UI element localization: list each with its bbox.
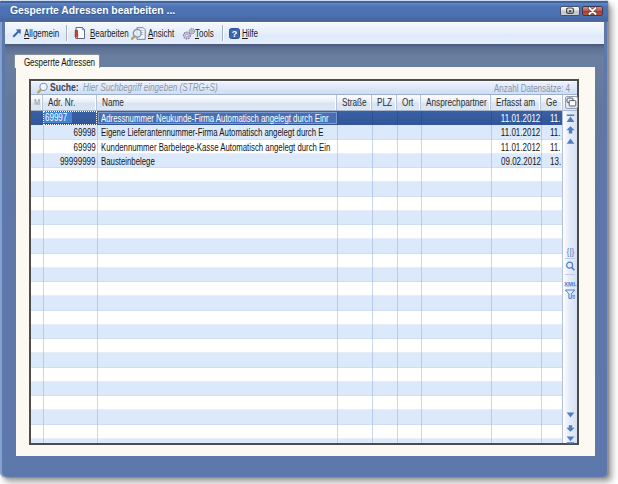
svg-text:?: ? [231, 28, 237, 38]
svg-text:{|}: {|} [567, 247, 575, 257]
svg-text:XML: XML [564, 279, 577, 286]
